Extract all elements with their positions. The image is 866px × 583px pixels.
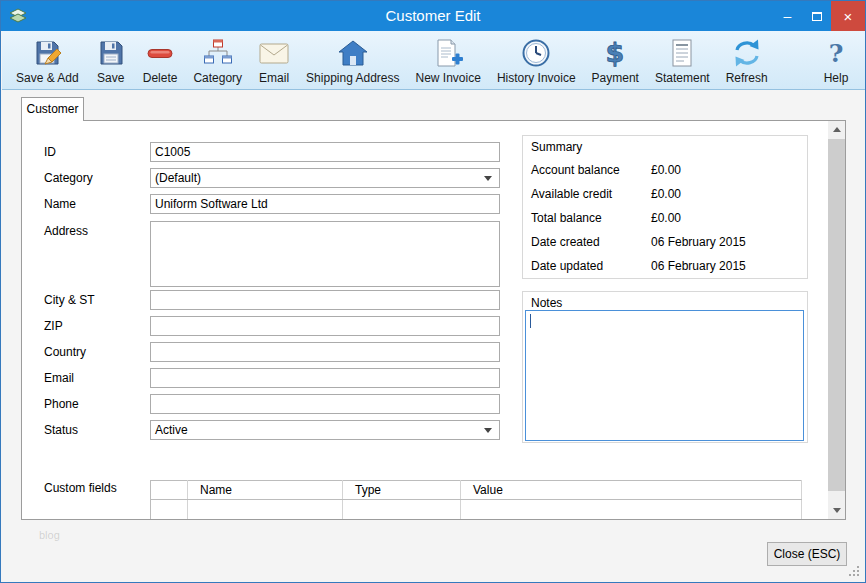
scroll-up-button[interactable] <box>828 121 845 138</box>
custom-fields-label: Custom fields <box>44 478 117 498</box>
email-icon <box>258 37 290 69</box>
status-label: Status <box>44 420 78 440</box>
id-input[interactable] <box>150 142 500 162</box>
custom-fields-empty-row[interactable] <box>151 500 802 521</box>
toolbar-payment-label: Payment <box>592 71 639 85</box>
text-caret <box>530 314 531 328</box>
summary-row-label: Account balance <box>531 163 620 177</box>
toolbar-payment-button[interactable]: $ Payment <box>584 33 647 87</box>
city-st-label: City & ST <box>44 290 95 310</box>
chevron-down-icon <box>484 428 492 433</box>
summary-row: Available credit £0.00 <box>531 182 801 206</box>
toolbar-history-invoice-button[interactable]: History Invoice <box>489 33 584 87</box>
svg-text:?: ? <box>829 39 844 68</box>
toolbar-email-button[interactable]: Email <box>250 33 298 87</box>
toolbar-new-invoice-button[interactable]: New Invoice <box>408 33 489 87</box>
toolbar-help-label: Help <box>824 71 849 85</box>
close-button[interactable]: × <box>831 1 865 31</box>
custom-fields-header-row: Name Type Value <box>151 481 802 500</box>
summary-row-value: £0.00 <box>651 158 681 182</box>
email-input[interactable] <box>150 368 500 388</box>
zip-label: ZIP <box>44 316 63 336</box>
save-add-icon <box>31 37 63 69</box>
zip-input[interactable] <box>150 316 500 336</box>
toolbar-delete-label: Delete <box>143 71 178 85</box>
row-selector-header <box>151 481 188 500</box>
customer-tab-panel: ID Category (Default) Name Address City … <box>21 120 846 520</box>
summary-row-label: Date created <box>531 235 600 249</box>
toolbar: Save & Add Save Delete <box>2 31 866 90</box>
phone-label: Phone <box>44 394 79 414</box>
minimize-button[interactable]: – <box>773 1 802 31</box>
category-select[interactable]: (Default) <box>150 168 500 188</box>
category-label: Category <box>44 168 93 188</box>
toolbar-history-invoice-label: History Invoice <box>497 71 576 85</box>
summary-row-value: 06 February 2015 <box>651 254 746 278</box>
id-label: ID <box>44 142 56 162</box>
toolbar-save-add-label: Save & Add <box>16 71 79 85</box>
summary-row: Date created 06 February 2015 <box>531 230 801 254</box>
tab-customer[interactable]: Customer <box>21 97 84 121</box>
toolbar-shipping-address-button[interactable]: Shipping Address <box>298 33 407 87</box>
vertical-scrollbar[interactable] <box>828 121 845 519</box>
address-label: Address <box>44 221 88 241</box>
status-select[interactable]: Active <box>150 420 500 440</box>
statement-icon <box>666 37 698 69</box>
summary-row-value: 06 February 2015 <box>651 230 746 254</box>
help-icon: ? <box>820 37 852 69</box>
name-label: Name <box>44 194 76 214</box>
toolbar-refresh-label: Refresh <box>726 71 768 85</box>
toolbar-new-invoice-label: New Invoice <box>416 71 481 85</box>
notes-textarea[interactable] <box>525 310 804 441</box>
scrollbar-thumb[interactable] <box>828 139 845 491</box>
toolbar-refresh-button[interactable]: Refresh <box>718 33 776 87</box>
name-input[interactable] <box>150 194 500 214</box>
status-select-value: Active <box>155 423 188 437</box>
toolbar-statement-button[interactable]: Statement <box>647 33 718 87</box>
resize-grip[interactable] <box>857 574 859 576</box>
summary-row-label: Available credit <box>531 187 612 201</box>
toolbar-save-label: Save <box>97 71 124 85</box>
watermark: blog <box>39 529 60 541</box>
titlebar: Customer Edit – × <box>1 1 865 31</box>
maximize-button[interactable] <box>802 1 831 31</box>
history-invoice-icon <box>520 37 552 69</box>
toolbar-save-button[interactable]: Save <box>87 33 135 87</box>
phone-input[interactable] <box>150 394 500 414</box>
maximize-icon <box>812 12 822 21</box>
col-header-value: Value <box>461 481 802 500</box>
close-esc-button[interactable]: Close (ESC) <box>767 542 847 566</box>
save-icon <box>95 37 127 69</box>
address-textarea[interactable] <box>150 221 500 287</box>
country-label: Country <box>44 342 86 362</box>
arrow-up-icon <box>833 127 841 132</box>
new-invoice-icon <box>432 37 464 69</box>
refresh-icon <box>731 37 763 69</box>
custom-fields-table[interactable]: Name Type Value <box>150 480 802 520</box>
summary-row-value: £0.00 <box>651 182 681 206</box>
shipping-address-icon <box>337 37 369 69</box>
window-controls: – × <box>773 1 865 31</box>
notes-title: Notes <box>531 296 562 310</box>
toolbar-category-button[interactable]: Category <box>185 33 250 87</box>
toolbar-save-add-button[interactable]: Save & Add <box>8 33 87 87</box>
delete-icon <box>144 37 176 69</box>
toolbar-delete-button[interactable]: Delete <box>135 33 186 87</box>
svg-text:$: $ <box>606 37 625 68</box>
toolbar-email-label: Email <box>259 71 289 85</box>
summary-row: Account balance £0.00 <box>531 158 801 182</box>
city-st-input[interactable] <box>150 290 500 310</box>
toolbar-help-button[interactable]: ? Help <box>812 33 860 87</box>
scroll-down-button[interactable] <box>828 502 845 519</box>
summary-groupbox: Summary Account balance £0.00 Available … <box>522 135 808 279</box>
summary-row-value: £0.00 <box>651 206 681 230</box>
summary-row: Total balance £0.00 <box>531 206 801 230</box>
summary-row: Date updated 06 February 2015 <box>531 254 801 278</box>
country-input[interactable] <box>150 342 500 362</box>
email-label: Email <box>44 368 74 388</box>
summary-title: Summary <box>531 140 582 154</box>
notes-groupbox: Notes <box>522 291 808 443</box>
customer-edit-window: Customer Edit – × Save & Add <box>0 0 866 583</box>
summary-row-label: Total balance <box>531 211 602 225</box>
arrow-down-icon <box>833 508 841 513</box>
